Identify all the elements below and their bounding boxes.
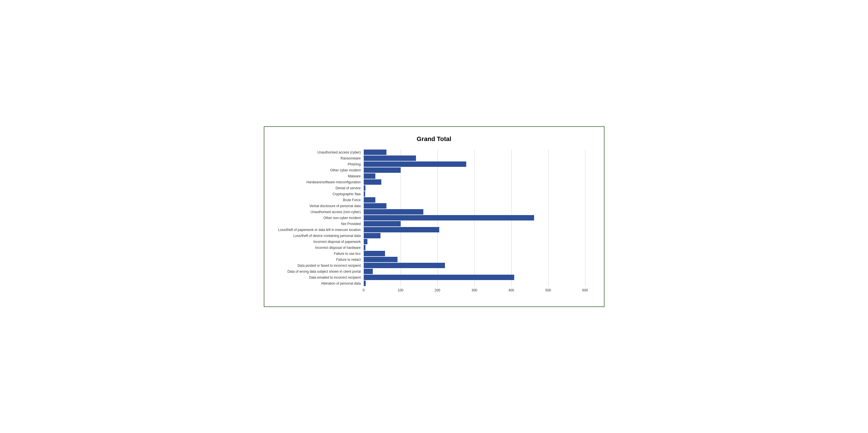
x-tick: 0 [363,288,365,292]
bar [364,263,445,268]
bar [364,185,366,191]
y-label: Other cyber incident [330,167,361,173]
bar [364,191,365,197]
y-label: Data emailed to incorrect recipient [309,275,361,280]
y-label: Unauthorised access (cyber) [317,149,361,156]
bar [364,239,367,244]
bar [364,167,401,173]
bar-row [364,275,593,280]
x-tick: 500 [545,288,551,292]
bar-row [364,239,593,244]
bar-row [364,197,593,203]
chart-container: Grand Total Unauthorised access (cyber)R… [264,126,604,307]
bar [364,209,424,214]
y-label: Data of wrong data subject shown in clie… [287,269,361,275]
y-label: Incorrect disposal of paperwork [313,239,361,245]
chart-area: Unauthorised access (cyber)RansomwarePhi… [276,149,593,295]
bar-row [364,185,593,191]
y-label: Unauthorised access (non-cyber) [311,209,361,215]
x-tick: 600 [582,288,588,292]
bar [364,251,385,256]
bar-row [364,209,593,214]
x-tick: 100 [398,288,403,292]
x-axis: 0100200300400500600 [364,288,593,295]
bar-row [364,162,593,167]
bar [364,179,381,185]
bar-row [364,167,593,173]
bar-row [364,179,593,185]
y-label: Loss/theft of paperwork or data left in … [278,227,361,233]
bar-row [364,215,593,221]
x-tick: 200 [434,288,440,292]
bar [364,275,514,280]
bar [364,257,398,262]
y-label: Incorrect disposal of hardware [315,245,361,251]
bar [364,173,376,179]
y-label: Hardware/software misconfiguration [306,179,361,185]
y-label: Not Provided [341,221,361,227]
bar [364,227,439,232]
y-label: Other non-cyber incident [323,215,361,221]
y-label: Verbal disclosure of personal data [309,203,361,209]
bar-rows [364,149,593,287]
y-label: Failure to use bcc [334,251,361,257]
chart-title: Grand Total [276,135,593,143]
y-label: Cryptographic flaw [333,191,361,197]
bar [364,233,381,238]
bar-row [364,221,593,226]
bar-row [364,263,593,268]
x-tick: 400 [508,288,514,292]
bar [364,221,401,226]
bar-row [364,251,593,256]
bar-row [364,149,593,155]
bar-row [364,191,593,197]
bar-row [364,203,593,208]
y-label: Loss/theft of device containing personal… [293,233,361,239]
bar-row [364,227,593,232]
bar [364,197,376,203]
bar [364,280,366,286]
bar-row [364,233,593,238]
bar [364,203,387,208]
bar-row [364,245,593,250]
bar-row [364,173,593,179]
x-tick: 300 [471,288,477,292]
bar [364,269,373,274]
y-label: Phishing [347,162,361,167]
bar [364,149,387,155]
y-label: Data posted or faxed to incorrect recipi… [298,263,361,269]
y-label: Alteration of personal data [321,280,361,287]
bar [364,215,534,221]
bar [364,156,416,161]
y-label: Malware [348,173,361,179]
bar-row [364,280,593,286]
y-label: Denial of service [336,185,361,191]
y-labels: Unauthorised access (cyber)RansomwarePhi… [276,149,364,295]
y-label: Ransomware [341,156,361,162]
bar [364,245,366,250]
bar-row [364,257,593,262]
y-label: Brute Force [343,197,361,203]
y-label: Failure to redact [336,257,361,263]
bar-row [364,156,593,161]
bar [364,162,466,167]
bar-row [364,269,593,274]
bars-area: 0100200300400500600 [364,149,593,295]
